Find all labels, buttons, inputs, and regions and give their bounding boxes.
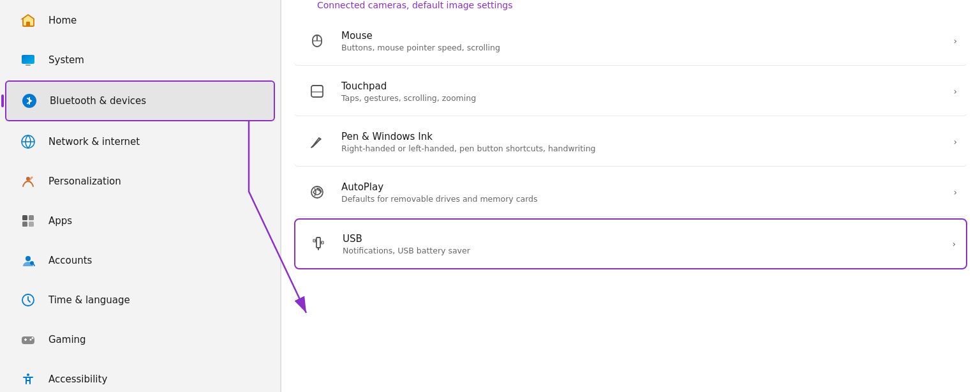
settings-item-autoplay[interactable]: AutoPlay Defaults for removable drives a… [294, 168, 967, 217]
sidebar-item-accessibility-label: Accessibility [48, 373, 107, 385]
usb-title: USB [343, 233, 952, 245]
svg-rect-2 [26, 64, 31, 66]
personalization-icon [18, 171, 38, 192]
sidebar-item-network[interactable]: Network & internet [5, 123, 275, 161]
mouse-chevron: › [953, 36, 957, 46]
sidebar-item-apps-label: Apps [48, 215, 72, 227]
apps-icon [18, 211, 38, 231]
autoplay-icon [304, 179, 330, 205]
autoplay-chevron: › [953, 187, 957, 197]
system-icon [18, 50, 38, 70]
sidebar-item-gaming[interactable]: Gaming [5, 320, 275, 359]
svg-point-14 [30, 339, 32, 341]
svg-rect-22 [311, 86, 323, 97]
pen-icon [304, 129, 330, 155]
home-icon [18, 10, 38, 31]
svg-rect-17 [25, 338, 26, 341]
mouse-desc: Buttons, mouse pointer speed, scrolling [341, 43, 953, 52]
accessibility-icon [18, 369, 38, 389]
mouse-text: Mouse Buttons, mouse pointer speed, scro… [341, 30, 953, 52]
top-partial-text: Connected cameras, default image setting… [294, 0, 967, 15]
svg-point-15 [32, 337, 34, 339]
sidebar-item-apps[interactable]: Apps [5, 202, 275, 240]
sidebar-item-system[interactable]: System [5, 41, 275, 79]
active-indicator [1, 94, 4, 107]
accounts-icon [18, 250, 38, 271]
gaming-icon [18, 329, 38, 350]
settings-list: Connected cameras, default image setting… [281, 0, 980, 269]
sidebar-item-accounts-label: Accounts [48, 255, 92, 266]
settings-item-usb[interactable]: USB Notifications, USB battery saver › [294, 218, 967, 269]
usb-chevron: › [952, 239, 956, 249]
touchpad-text: Touchpad Taps, gestures, scrolling, zoom… [341, 80, 953, 103]
settings-item-touchpad[interactable]: Touchpad Taps, gestures, scrolling, zoom… [294, 67, 967, 116]
sidebar-item-accounts[interactable]: Accounts [5, 241, 275, 280]
mouse-icon [304, 28, 330, 54]
sidebar-item-home-label: Home [48, 15, 77, 26]
sidebar-item-bluetooth-label: Bluetooth & devices [50, 95, 146, 107]
svg-rect-0 [26, 22, 30, 26]
autoplay-title: AutoPlay [341, 181, 953, 193]
usb-icon [306, 231, 331, 257]
sidebar-item-bluetooth[interactable]: Bluetooth & devices [5, 80, 275, 121]
sidebar-item-network-label: Network & internet [48, 136, 140, 147]
sidebar-item-time-label: Time & language [48, 294, 130, 306]
svg-rect-7 [29, 215, 34, 220]
svg-point-10 [26, 256, 31, 261]
settings-item-mouse[interactable]: Mouse Buttons, mouse pointer speed, scro… [294, 17, 967, 66]
network-icon [18, 132, 38, 152]
svg-rect-26 [316, 237, 320, 248]
autoplay-text: AutoPlay Defaults for removable drives a… [341, 181, 953, 204]
touchpad-icon [304, 79, 330, 104]
main-content: Connected cameras, default image setting… [281, 0, 980, 392]
touchpad-chevron: › [953, 86, 957, 96]
sidebar-item-home[interactable]: Home [5, 1, 275, 40]
svg-rect-1 [22, 55, 34, 64]
usb-text: USB Notifications, USB battery saver [343, 233, 952, 255]
pen-title: Pen & Windows Ink [341, 131, 953, 142]
sidebar-item-gaming-label: Gaming [48, 334, 86, 345]
bluetooth-icon [19, 91, 40, 111]
pen-chevron: › [953, 137, 957, 147]
usb-desc: Notifications, USB battery saver [343, 246, 952, 255]
sidebar-item-time[interactable]: Time & language [5, 281, 275, 319]
sidebar-item-personalization[interactable]: Personalization [5, 162, 275, 200]
touchpad-desc: Taps, gestures, scrolling, zooming [341, 93, 953, 103]
svg-rect-27 [318, 248, 319, 250]
page-wrapper: Home System [0, 0, 980, 392]
time-icon [18, 290, 38, 310]
settings-item-pen[interactable]: Pen & Windows Ink Right-handed or left-h… [294, 117, 967, 167]
autoplay-desc: Defaults for removable drives and memory… [341, 194, 953, 204]
sidebar-item-system-label: System [48, 54, 84, 66]
svg-point-18 [27, 373, 29, 376]
mouse-title: Mouse [341, 30, 953, 41]
sidebar-item-personalization-label: Personalization [48, 176, 121, 187]
pen-text: Pen & Windows Ink Right-handed or left-h… [341, 131, 953, 153]
sidebar-item-accessibility[interactable]: Accessibility [5, 360, 275, 392]
svg-rect-6 [22, 215, 27, 220]
sidebar: Home System [0, 0, 281, 392]
touchpad-title: Touchpad [341, 80, 953, 92]
pen-desc: Right-handed or left-handed, pen button … [341, 144, 953, 153]
svg-rect-9 [29, 222, 34, 227]
svg-rect-8 [22, 222, 27, 227]
